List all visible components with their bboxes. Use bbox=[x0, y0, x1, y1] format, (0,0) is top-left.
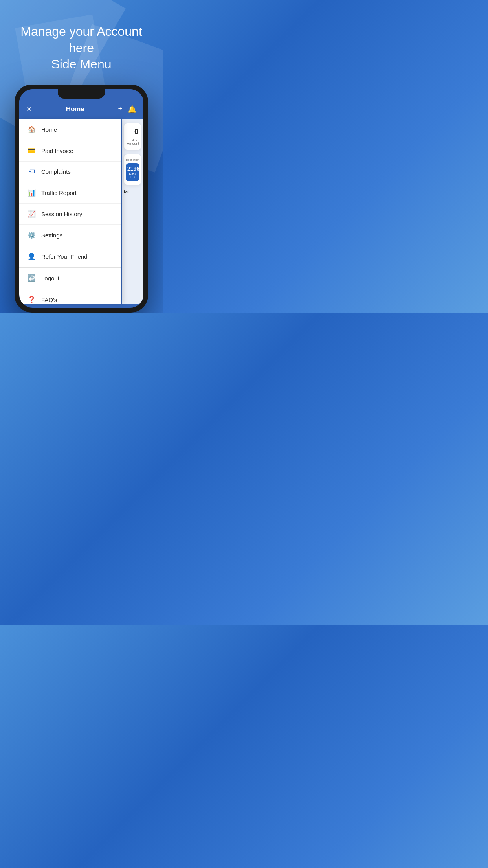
menu-item-refer-friend-label: Refer Your Friend bbox=[41, 253, 88, 260]
subscription-card: bscription 2196 Days Left bbox=[124, 154, 141, 185]
complaints-icon: 🏷 bbox=[27, 168, 36, 176]
add-icon: + bbox=[118, 105, 122, 113]
total-label: tal bbox=[124, 189, 141, 194]
paid-invoice-icon: 💳 bbox=[27, 147, 36, 155]
page-header: Manage your Account here Side Menu bbox=[0, 24, 163, 73]
header-line1: Manage your Account here bbox=[20, 24, 142, 55]
menu-item-faqs-label: FAQ's bbox=[41, 296, 57, 303]
refer-friend-icon: 👤 bbox=[27, 252, 36, 261]
logout-icon: ↩️ bbox=[27, 274, 36, 282]
menu-item-home[interactable]: 🏠 Home bbox=[19, 119, 121, 140]
days-number: 2196 bbox=[127, 166, 138, 172]
notification-button[interactable]: 🔔 bbox=[128, 105, 136, 114]
menu-item-refer-friend[interactable]: 👤 Refer Your Friend bbox=[19, 246, 121, 267]
bell-icon: 🔔 bbox=[128, 105, 136, 113]
menu-item-logout[interactable]: ↩️ Logout bbox=[19, 268, 121, 289]
side-menu[interactable]: 🏠 Home 💳 Paid Invoice 🏷 Complaints 📊 Tra… bbox=[19, 119, 121, 304]
faqs-icon: ❓ bbox=[27, 296, 36, 304]
phone-screen: ✕ Home + 🔔 🏠 Home 💳 bbox=[19, 89, 143, 308]
menu-item-traffic-report[interactable]: 📊 Traffic Report bbox=[19, 182, 121, 204]
menu-item-home-label: Home bbox=[41, 126, 57, 133]
menu-item-faqs[interactable]: ❓ FAQ's bbox=[19, 289, 121, 304]
close-icon: ✕ bbox=[26, 105, 32, 113]
days-left-badge: 2196 Days Left bbox=[126, 163, 139, 181]
app-title: Home bbox=[66, 105, 84, 113]
menu-item-paid-invoice[interactable]: 💳 Paid Invoice bbox=[19, 140, 121, 162]
right-panel: 0 allet Amount bscription 2196 Days Left… bbox=[122, 119, 143, 304]
settings-icon: ⚙️ bbox=[27, 231, 36, 239]
header-actions: + 🔔 bbox=[118, 105, 136, 114]
menu-item-traffic-report-label: Traffic Report bbox=[41, 189, 77, 196]
screen-content: 🏠 Home 💳 Paid Invoice 🏷 Complaints 📊 Tra… bbox=[19, 119, 143, 304]
wallet-card: 0 allet Amount bbox=[124, 123, 141, 150]
menu-item-paid-invoice-label: Paid Invoice bbox=[41, 147, 73, 154]
traffic-report-icon: 📊 bbox=[27, 189, 36, 197]
session-history-icon: 📈 bbox=[27, 210, 36, 218]
menu-item-session-history[interactable]: 📈 Session History bbox=[19, 204, 121, 225]
menu-item-logout-label: Logout bbox=[41, 275, 59, 281]
subscription-label: bscription bbox=[126, 158, 139, 162]
header-line2: Side Menu bbox=[51, 57, 112, 71]
home-icon: 🏠 bbox=[27, 125, 36, 134]
phone-notch bbox=[58, 89, 105, 99]
menu-item-settings[interactable]: ⚙️ Settings bbox=[19, 225, 121, 246]
close-button[interactable]: ✕ bbox=[26, 105, 32, 114]
menu-item-complaints[interactable]: 🏷 Complaints bbox=[19, 162, 121, 182]
phone-frame: ✕ Home + 🔔 🏠 Home 💳 bbox=[15, 85, 148, 313]
wallet-label: allet Amount bbox=[127, 138, 138, 145]
wallet-amount: 0 bbox=[127, 128, 138, 136]
add-button[interactable]: + bbox=[118, 105, 122, 113]
menu-item-session-history-label: Session History bbox=[41, 211, 82, 217]
days-left-text: Days Left bbox=[127, 172, 138, 179]
menu-item-settings-label: Settings bbox=[41, 232, 62, 239]
menu-item-complaints-label: Complaints bbox=[41, 168, 71, 175]
